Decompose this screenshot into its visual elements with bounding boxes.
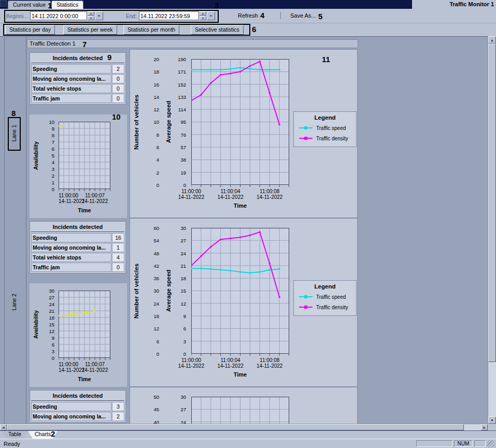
tab-current-value[interactable]: Current value bbox=[8, 1, 51, 9]
axis-tick-label: 133 bbox=[171, 94, 186, 100]
dropdown-arrow-icon: ▼ bbox=[97, 15, 101, 18]
end-date-input[interactable] bbox=[139, 11, 199, 20]
incident-label: Speeding bbox=[31, 233, 111, 242]
tick-date: 14-11-2022 bbox=[257, 363, 282, 369]
scroll-down-button[interactable]: ▼ bbox=[488, 416, 496, 424]
tab-statistics[interactable]: Statistics bbox=[51, 1, 83, 9]
axis-tick-label: 5 bbox=[39, 153, 54, 158]
main-chart-panel: Number of vehicles Average speed 6054484… bbox=[130, 218, 358, 387]
axis-tick-label: 48 bbox=[144, 251, 159, 256]
axis-tick-label: 12 bbox=[171, 301, 186, 307]
axis-tick-label: 190 bbox=[171, 56, 186, 62]
axis-tick-label: 57 bbox=[171, 144, 186, 150]
tick-time: 11:00:00 bbox=[59, 362, 84, 367]
horizontal-scrollbar[interactable]: ◄ ► bbox=[0, 424, 488, 430]
tab-table[interactable]: Table bbox=[2, 431, 28, 439]
horizontal-scrollbar-thumb[interactable] bbox=[7, 424, 464, 430]
main-xlabel: Time bbox=[191, 371, 289, 378]
tab-selective-statistics[interactable]: Selective statistics bbox=[191, 25, 244, 35]
axis-tick-label: 8 bbox=[144, 132, 159, 138]
begin-date-input[interactable] bbox=[30, 11, 87, 20]
axis-tick-label: 6 bbox=[144, 339, 159, 344]
incidents-title: Incidents detected bbox=[31, 392, 124, 401]
main-plot bbox=[191, 59, 289, 187]
end-date-spinner: ▲ ▼ bbox=[200, 11, 206, 20]
incidents-title: Incidents detected bbox=[31, 54, 124, 63]
incident-value: 0 bbox=[112, 84, 124, 93]
down-arrow-icon: ▼ bbox=[490, 418, 494, 422]
incidents-panel: Incidents detected Speeding2Moving along… bbox=[30, 52, 126, 105]
axis-tick-label: 6 bbox=[144, 144, 159, 150]
scroll-right-button[interactable]: ► bbox=[481, 424, 488, 430]
end-date-spin-up-button[interactable]: ▲ bbox=[200, 11, 206, 16]
vehicles-axis-label: Number of vehicles bbox=[132, 397, 140, 424]
resize-grip[interactable] bbox=[487, 440, 494, 447]
axis-tick-label: 10 bbox=[144, 119, 159, 125]
begin-date-label: Beginni... bbox=[6, 13, 28, 19]
vehicles-axis-ticks: 20181614121086420 bbox=[144, 56, 159, 188]
incident-row: Speeding16 bbox=[31, 233, 124, 242]
availability-chart: Availability 109876543210 11:00:0014-11-… bbox=[30, 114, 127, 218]
begin-date-spin-down-button[interactable]: ▼ bbox=[88, 16, 94, 20]
incident-value: 0 bbox=[112, 263, 124, 272]
begin-date-dropdown-button[interactable]: ▼ bbox=[95, 11, 103, 20]
tab-charts[interactable]: Charts bbox=[28, 431, 58, 439]
toolbar-divider bbox=[280, 12, 281, 19]
vertical-scrollbar[interactable]: ▲ ▼ bbox=[488, 36, 496, 424]
end-date-dropdown-button[interactable]: ▼ bbox=[207, 11, 215, 20]
axis-tick-label: 171 bbox=[171, 69, 186, 75]
lane-label: Lane 1 bbox=[8, 117, 20, 150]
incidents-rows: Speeding2Moving along oncoming la...0Tot… bbox=[31, 63, 124, 103]
x-tick-label: 11:00:0014-11-2022 bbox=[178, 189, 204, 200]
axis-tick-label: 24 bbox=[144, 301, 159, 307]
toolbar: Beginni... ▲ ▼ ▼ End: ▲ ▼ ▼ Refresh Save… bbox=[0, 9, 496, 23]
tab-statistics-per-week[interactable]: Statistics per week bbox=[63, 25, 117, 35]
app-window: Current value Statistics Traffic Monitor… bbox=[0, 0, 496, 448]
legend-line-sample bbox=[299, 296, 313, 297]
tick-date: 14-11-2022 bbox=[178, 194, 204, 200]
save-as-button[interactable]: Save As... bbox=[286, 11, 321, 20]
axis-tick-label: 15 bbox=[39, 322, 54, 327]
tick-time: 11:00:00 bbox=[178, 357, 204, 363]
main-xlabel: Time bbox=[191, 203, 289, 209]
legend-line-sample bbox=[299, 127, 313, 128]
availability-y-ticks: 109876543210 bbox=[39, 119, 54, 192]
scrollbar-corner bbox=[488, 424, 496, 430]
incident-value: 1 bbox=[112, 243, 124, 252]
axis-tick-label: 95 bbox=[171, 119, 186, 125]
main-chart-panel: Number of vehicles Average speed 5045403… bbox=[130, 387, 358, 424]
tab-statistics-per-day[interactable]: Statistics per day bbox=[5, 25, 55, 35]
tick-date: 14-11-2022 bbox=[178, 363, 204, 369]
incident-row: Speeding2 bbox=[31, 64, 124, 74]
system-menu-icon[interactable] bbox=[0, 0, 7, 7]
axis-tick-label: 21 bbox=[171, 263, 186, 269]
refresh-button[interactable]: Refresh bbox=[233, 11, 263, 20]
scroll-left-button[interactable]: ◄ bbox=[0, 424, 7, 430]
axis-tick-label: 2 bbox=[144, 170, 159, 176]
tab-statistics-per-month[interactable]: Statistics per month bbox=[123, 25, 179, 35]
axis-tick-label: 18 bbox=[144, 69, 159, 75]
vehicles-axis-ticks: 60544842363024181260 bbox=[144, 225, 159, 357]
status-num-indicator: NUM bbox=[454, 440, 473, 447]
axis-tick-label: 9 bbox=[39, 126, 54, 132]
axis-tick-label: 6 bbox=[39, 146, 54, 152]
legend-title: Legend bbox=[294, 283, 356, 290]
end-date-spin-down-button[interactable]: ▼ bbox=[200, 16, 206, 20]
axis-tick-label: 30 bbox=[171, 225, 186, 231]
begin-date-spin-up-button[interactable]: ▲ bbox=[88, 11, 94, 16]
availability-xlabel: Time bbox=[59, 376, 110, 382]
status-bar: Ready NUM bbox=[0, 439, 496, 448]
scroll-up-button[interactable]: ▲ bbox=[488, 36, 496, 44]
vehicles-axis-ticks: 50454035302520151050 bbox=[144, 394, 159, 424]
statistics-tab-bar: Statistics per day Statistics per week S… bbox=[0, 23, 496, 36]
incident-row: Moving along oncoming la...2 bbox=[31, 412, 124, 421]
incident-label: Speeding bbox=[31, 402, 111, 411]
axis-tick-label: 60 bbox=[144, 225, 159, 231]
tick-date: 14-11-2022 bbox=[217, 194, 243, 200]
axis-tick-label: 20 bbox=[144, 56, 159, 62]
axis-tick-label: 18 bbox=[171, 276, 186, 281]
axis-tick-label: 12 bbox=[144, 107, 159, 112]
window-title-area: Traffic Monitor 1 bbox=[412, 0, 496, 9]
vertical-scrollbar-thumb[interactable] bbox=[488, 44, 496, 362]
vehicles-axis-label: Number of vehicles bbox=[132, 59, 140, 185]
